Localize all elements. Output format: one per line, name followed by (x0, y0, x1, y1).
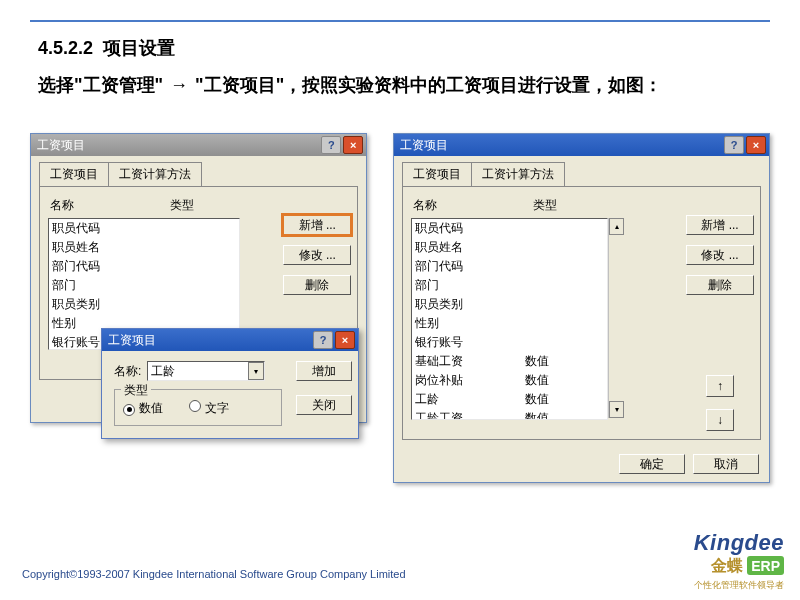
items-listbox[interactable]: 职员代码职员姓名部门代码部门职员类别性别银行账号基础工资数值岗位补贴数值工龄数值… (411, 218, 608, 420)
tab-items[interactable]: 工资项目 (39, 162, 109, 186)
cancel-button[interactable]: 取消 (693, 454, 759, 474)
dialog-title: 工资项目 (37, 137, 85, 154)
list-item[interactable]: 职员类别 (49, 295, 239, 314)
scroll-down-icon[interactable]: ▾ (609, 401, 624, 418)
list-item[interactable]: 职员代码 (49, 219, 239, 238)
list-item[interactable]: 工龄数值 (412, 390, 607, 409)
name-label: 名称: (114, 363, 141, 380)
list-header: 名称 类型 (413, 197, 752, 214)
move-down-button[interactable]: ↓ (706, 409, 734, 431)
delete-button[interactable]: 删除 (686, 275, 754, 295)
radio-text[interactable]: 文字 (189, 400, 229, 417)
copyright-text: Copyright©1993-2007 Kingdee Internationa… (22, 568, 406, 580)
dialog-wages-right: 工资项目 ? × 工资项目 工资计算方法 名称 类型 职员代码职 (393, 133, 770, 483)
list-item[interactable]: 部门代码 (412, 257, 607, 276)
list-item[interactable]: 职员代码 (412, 219, 607, 238)
list-item[interactable]: 职员姓名 (412, 238, 607, 257)
list-header: 名称 类型 (50, 197, 349, 214)
help-button[interactable]: ? (313, 331, 333, 349)
close-button[interactable]: × (335, 331, 355, 349)
dialog-wages-left: 工资项目 ? × 工资项目 工资计算方法 名称 类型 职员代码职 (30, 133, 367, 423)
section-heading: 4.5.2.2 项目设置 (38, 36, 770, 60)
radio-numeric[interactable]: 数值 (123, 400, 163, 417)
move-up-button[interactable]: ↑ (706, 375, 734, 397)
close-button[interactable]: × (746, 136, 766, 154)
ok-button[interactable]: 确定 (619, 454, 685, 474)
edit-button[interactable]: 修改 ... (686, 245, 754, 265)
dialog-title: 工资项目 (108, 332, 156, 349)
arrow-icon: → (168, 72, 190, 99)
list-item[interactable]: 职员类别 (412, 295, 607, 314)
list-item[interactable]: 岗位补贴数值 (412, 371, 607, 390)
scroll-up-icon[interactable]: ▴ (609, 218, 624, 235)
list-item[interactable]: 银行账号 (412, 333, 607, 352)
section-number: 4.5.2.2 (38, 38, 93, 58)
dropdown-button[interactable]: ▾ (248, 362, 264, 380)
add-button[interactable]: 增加 (296, 361, 352, 381)
tabstrip: 工资项目 工资计算方法 (402, 162, 761, 186)
titlebar[interactable]: 工资项目 ? × (102, 329, 358, 351)
list-item[interactable]: 部门代码 (49, 257, 239, 276)
list-item[interactable]: 基础工资数值 (412, 352, 607, 371)
tab-calc[interactable]: 工资计算方法 (108, 162, 202, 186)
edit-button[interactable]: 修改 ... (283, 245, 351, 265)
list-item[interactable]: 部门 (49, 276, 239, 295)
help-button[interactable]: ? (321, 136, 341, 154)
delete-button[interactable]: 删除 (283, 275, 351, 295)
instruction-text: 选择"工资管理" → "工资项目"，按照实验资料中的工资项目进行设置，如图： (38, 72, 770, 99)
tab-items[interactable]: 工资项目 (402, 162, 472, 186)
list-item[interactable]: 工龄工资数值 (412, 409, 607, 420)
section-title: 项目设置 (103, 38, 175, 58)
tab-calc[interactable]: 工资计算方法 (471, 162, 565, 186)
list-item[interactable]: 性别 (412, 314, 607, 333)
header-rule (30, 20, 770, 22)
dialog-title: 工资项目 (400, 137, 448, 154)
close-button[interactable]: 关闭 (296, 395, 352, 415)
new-button[interactable]: 新增 ... (686, 215, 754, 235)
scrollbar[interactable]: ▴ ▾ (608, 218, 624, 418)
type-groupbox: 类型 数值 文字 (114, 389, 282, 426)
list-item[interactable]: 部门 (412, 276, 607, 295)
brand-logo: Kingdee 金蝶ERP 个性化管理软件领导者 (694, 530, 784, 592)
tabstrip: 工资项目 工资计算方法 (39, 162, 358, 186)
help-button[interactable]: ? (724, 136, 744, 154)
new-button[interactable]: 新增 ... (283, 215, 351, 235)
close-button[interactable]: × (343, 136, 363, 154)
dialog-add-item: 工资项目 ? × 名称: ▾ (101, 328, 359, 439)
titlebar[interactable]: 工资项目 ? × (394, 134, 769, 156)
titlebar[interactable]: 工资项目 ? × (31, 134, 366, 156)
list-item[interactable]: 职员姓名 (49, 238, 239, 257)
